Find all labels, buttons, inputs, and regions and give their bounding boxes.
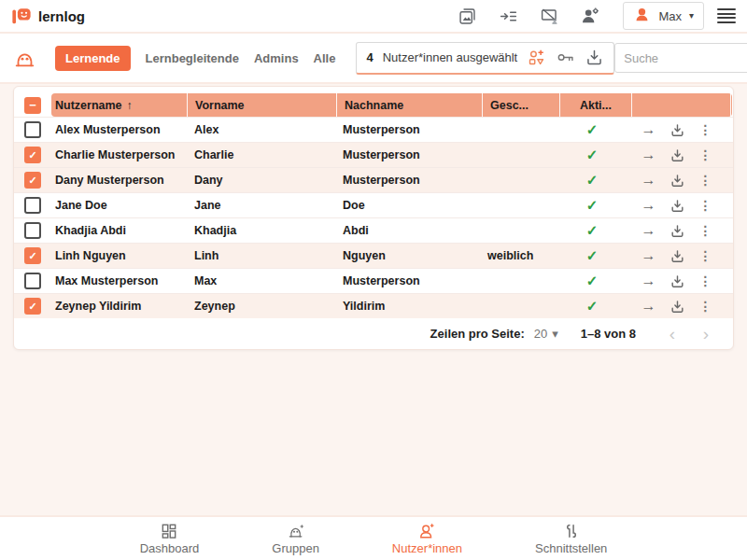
download-user-icon[interactable] [669,248,685,264]
screen-share-off-icon[interactable] [539,6,559,26]
download-user-icon[interactable] [669,223,685,239]
table-body: Alex Musterperson Alex Musterperson ✓ → … [14,117,733,318]
column-header-vorname[interactable]: Vorname [187,93,336,117]
active-check-icon: ✓ [586,247,599,264]
prev-page-button[interactable]: ‹ [660,325,684,343]
users-add-icon [417,522,436,540]
table-row[interactable]: Jane Doe Jane Doe ✓ → ⋮ [14,192,733,217]
cell-geschlecht [480,143,557,167]
active-check-icon: ✓ [586,222,599,239]
cell-nachname: Musterperson [335,143,480,167]
table-row[interactable]: ✓ Zeynep Yildirim Zeynep Yildirim ✓ → ⋮ [14,293,733,318]
row-menu-icon[interactable]: ⋮ [699,122,712,137]
row-checkbox[interactable]: ✓ [24,247,41,264]
tab-lernbegleitende[interactable]: Lernbegleitende [146,51,239,65]
table-row[interactable]: ✓ Charlie Musterperson Charlie Musterper… [14,142,733,167]
active-check-icon: ✓ [586,147,599,163]
row-menu-icon[interactable]: ⋮ [699,147,712,162]
nav-item-nutzerinnen[interactable]: Nutzer*innen [392,522,462,555]
open-user-icon[interactable]: → [641,247,656,264]
row-checkbox[interactable] [24,273,41,289]
download-user-icon[interactable] [669,198,685,214]
cell-vorname: Zeynep [187,294,335,318]
column-header-aktiv[interactable]: Akti... [559,93,631,117]
active-check-icon: ✓ [586,121,599,138]
next-page-button[interactable]: › [694,325,718,343]
users-group-icon [13,46,36,70]
user-name: Max [658,9,682,23]
active-check-icon: ✓ [586,298,599,315]
bottom-nav: Dashboard Gruppen Nutzer*innen [0,515,747,560]
row-menu-icon[interactable]: ⋮ [699,173,712,188]
download-user-icon[interactable] [669,273,685,289]
user-settings-icon[interactable] [580,6,600,26]
row-menu-icon[interactable]: ⋮ [699,248,712,263]
select-all-checkbox[interactable]: − [24,97,41,114]
row-checkbox[interactable] [24,121,41,138]
column-header-nachname[interactable]: Nachname [336,93,482,117]
app-logo[interactable]: lernlog [11,6,85,26]
row-checkbox[interactable]: ✓ [24,298,41,315]
user-avatar-icon [633,6,651,27]
selected-label: Nutzer*innen ausgewählt [383,50,518,64]
user-menu[interactable]: Max ▾ [623,2,704,30]
password-key-icon[interactable] [556,48,575,67]
sort-asc-icon: ↑ [127,99,133,112]
download-user-icon[interactable] [669,122,685,138]
nav-item-schnittstellen[interactable]: Schnittstellen [535,522,607,555]
open-user-icon[interactable]: → [641,147,656,163]
lernlog-logo-icon [11,6,32,26]
cell-nutzername: Jane Doe [51,193,187,217]
row-checkbox[interactable] [24,222,41,239]
download-user-icon[interactable] [669,173,685,189]
download-user-icon[interactable] [669,147,685,163]
row-menu-icon[interactable]: ⋮ [699,198,712,213]
table-row[interactable]: Alex Musterperson Alex Musterperson ✓ → … [14,117,733,142]
column-header-nutzername[interactable]: Nutzername ↑ [51,93,187,117]
nav-item-dashboard[interactable]: Dashboard [140,522,200,555]
download-selected-icon[interactable] [585,48,604,67]
row-menu-icon[interactable]: ⋮ [699,223,712,238]
cell-nachname: Musterperson [335,168,480,192]
nav-item-gruppen[interactable]: Gruppen [272,522,319,555]
open-user-icon[interactable]: → [641,197,656,214]
table-row[interactable]: ✓ Linh Nguyen Linh Nguyen weiblich ✓ → ⋮ [14,243,733,268]
row-checkbox[interactable]: ✓ [24,147,41,163]
open-user-icon[interactable]: → [641,121,656,138]
table-row[interactable]: Max Musterperson Max Musterperson ✓ → ⋮ [14,268,733,293]
row-menu-icon[interactable]: ⋮ [699,273,712,288]
tab-lernende[interactable]: Lernende [55,46,131,71]
open-user-icon[interactable]: → [641,172,656,189]
search-input[interactable] [622,50,747,66]
rows-per-page-select[interactable]: 20 ▾ [534,327,558,341]
open-user-icon[interactable]: → [641,222,656,239]
cell-geschlecht: weiblich [480,244,557,268]
cell-nachname: Doe [335,193,480,217]
cell-vorname: Jane [187,193,335,217]
menu-icon[interactable] [717,8,736,23]
main-content: − Nutzername ↑ Vorname Nachname Gesc... … [0,84,747,515]
table-row[interactable]: Khadjia Abdi Khadjia Abdi ✓ → ⋮ [14,217,733,243]
download-user-icon[interactable] [669,299,685,315]
row-checkbox[interactable] [24,197,41,214]
row-menu-icon[interactable]: ⋮ [699,299,712,314]
open-user-icon[interactable]: → [641,298,656,315]
table-row[interactable]: ✓ Dany Musterperson Dany Musterperson ✓ … [14,167,733,192]
tab-alle[interactable]: Alle [314,51,336,65]
rows-per-page-label: Zeilen pro Seite: [430,327,525,341]
cell-nutzername: Charlie Musterperson [51,143,187,167]
row-checkbox[interactable]: ✓ [24,172,41,189]
pagination-bar: Zeilen pro Seite: 20 ▾ 1–8 von 8 ‹ › [14,318,733,349]
chevron-down-icon: ▾ [689,11,694,21]
media-library-icon[interactable] [457,6,477,26]
open-user-icon[interactable]: → [641,273,656,289]
assign-list-icon[interactable] [498,6,518,26]
selected-count: 4 [366,50,373,64]
cell-geschlecht [480,193,557,217]
cell-geschlecht [480,118,557,142]
cell-nachname: Musterperson [335,118,480,142]
add-to-group-icon[interactable] [527,48,546,67]
column-header-geschlecht[interactable]: Gesc... [482,93,559,117]
cell-vorname: Linh [187,244,335,268]
tab-admins[interactable]: Admins [254,51,299,65]
